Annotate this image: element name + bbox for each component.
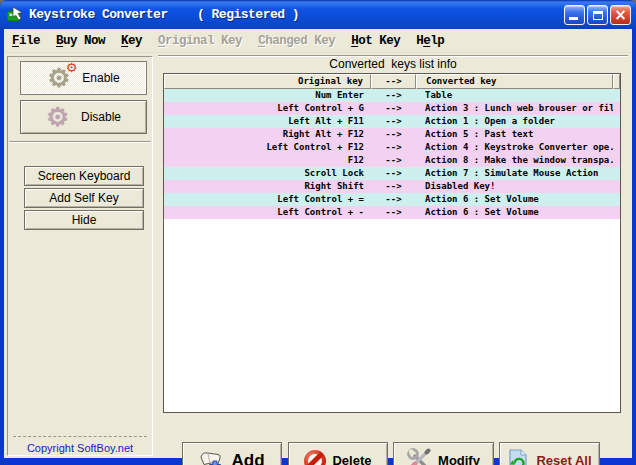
list-header: Original key --> Converted key (164, 74, 620, 89)
gear-icon: ⚙ (46, 104, 69, 130)
table-row[interactable]: Left Control + G-->Action 3 : Lunch web … (164, 102, 620, 115)
cell-original-key: Left Control + - (164, 206, 371, 219)
add-label: Add (231, 451, 264, 465)
group-title: Converted keys list info (158, 57, 628, 71)
maximize-icon (593, 11, 603, 20)
cell-arrow: --> (371, 115, 416, 128)
column-header-stub (613, 74, 620, 89)
cell-original-key: Right Shift (164, 180, 371, 193)
enable-button[interactable]: ⚙ ⚙ Enable (20, 61, 147, 95)
disable-label: Disable (81, 110, 121, 124)
table-row[interactable]: Right Shift-->Disabled Key! (164, 180, 620, 193)
disable-gear-icon: ⚙ (46, 103, 74, 131)
column-header-arrow[interactable]: --> (371, 74, 416, 89)
cell-arrow: --> (371, 180, 416, 193)
dashed-divider (13, 436, 147, 437)
converted-keys-list: Original key --> Converted key Num Enter… (163, 73, 621, 413)
table-row[interactable]: Left Control + F12-->Action 4 : Keystrok… (164, 141, 620, 154)
enable-gear-icon: ⚙ ⚙ (47, 64, 75, 92)
cell-original-key: Left Control + = (164, 193, 371, 206)
separator-line (9, 141, 151, 143)
table-row[interactable]: Left Alt + F11-->Action 1 : Open a folde… (164, 115, 620, 128)
minimize-icon (569, 17, 578, 20)
cell-arrow: --> (371, 193, 416, 206)
screen-keyboard-button[interactable]: Screen Keyboard (24, 166, 144, 186)
cell-original-key: Left Control + G (164, 102, 371, 115)
table-row[interactable]: Left Control + =-->Action 6 : Set Volume (164, 193, 620, 206)
menu-item-buy-now[interactable]: Buy Now (48, 34, 113, 48)
table-row[interactable]: F12-->Action 8 : Make the window transpa… (164, 154, 620, 167)
reset-all-icon (507, 448, 530, 465)
cell-arrow: --> (371, 154, 416, 167)
reset-all-button[interactable]: Reset All (499, 442, 600, 465)
menu-item-key[interactable]: Key (113, 34, 150, 48)
cell-original-key: Scroll Lock (164, 167, 371, 180)
window-title: Keystroke Converter ( Registered ) (29, 7, 299, 22)
close-button[interactable]: × (610, 5, 631, 25)
menu-item-file[interactable]: File (4, 34, 48, 48)
menu-bar: FileBuy NowKeyOriginal KeyChanged KeyHot… (4, 29, 632, 53)
cell-original-key: Right Alt + F12 (164, 128, 371, 141)
hide-button[interactable]: Hide (24, 210, 144, 230)
window-controls: × (564, 5, 631, 25)
cell-converted-key: Action 5 : Past text (416, 128, 613, 141)
delete-icon (304, 450, 326, 465)
list-rows: Num Enter-->TableLeft Control + G-->Acti… (164, 89, 620, 219)
cell-converted-key: Disabled Key! (416, 180, 613, 193)
app-window: Keystroke Converter ( Registered ) × Fil… (0, 0, 636, 465)
left-panel: ⚙ ⚙ Enable ⚙ Disable Screen Keyboard Add… (7, 56, 153, 456)
cell-converted-key: Action 1 : Open a folder (416, 115, 613, 128)
gear-small-icon: ⚙ (66, 61, 78, 74)
menu-item-changed-key[interactable]: Changed Key (250, 34, 343, 48)
cell-original-key: Num Enter (164, 89, 371, 102)
modify-button[interactable]: Modify (393, 442, 494, 465)
modify-label: Modify (438, 453, 480, 465)
cell-converted-key: Action 7 : Simulate Mouse Action (416, 167, 613, 180)
cell-converted-key: Action 3 : Lunch web brouser or file (416, 102, 613, 115)
cell-original-key: Left Alt + F11 (164, 115, 371, 128)
delete-button[interactable]: Delete (288, 442, 388, 465)
column-header-converted-key[interactable]: Converted key (416, 74, 613, 89)
minimize-button[interactable] (564, 5, 585, 25)
menu-item-hot-key[interactable]: Hot Key (343, 34, 408, 48)
app-icon[interactable] (7, 6, 24, 23)
title-bar: Keystroke Converter ( Registered ) × (0, 0, 636, 29)
cell-arrow: --> (371, 128, 416, 141)
cell-converted-key: Table (416, 89, 613, 102)
modify-icon (407, 448, 432, 465)
copyright-text: Copyright SoftBoy.net (8, 442, 152, 454)
menu-item-help[interactable]: Help (408, 34, 452, 48)
client-area: ⚙ ⚙ Enable ⚙ Disable Screen Keyboard Add… (4, 53, 632, 458)
cell-arrow: --> (371, 167, 416, 180)
cell-original-key: Left Control + F12 (164, 141, 371, 154)
add-icon (199, 449, 225, 465)
cell-converted-key: Action 6 : Set Volume (416, 206, 613, 219)
reset-all-label: Reset All (536, 453, 591, 465)
cell-arrow: --> (371, 141, 416, 154)
cell-converted-key: Action 4 : Keystroke Converter ope... (416, 141, 613, 154)
cell-original-key: F12 (164, 154, 371, 167)
cell-converted-key: Action 8 : Make the window transpa... (416, 154, 613, 167)
cell-arrow: --> (371, 102, 416, 115)
table-row[interactable]: Right Alt + F12-->Action 5 : Past text (164, 128, 620, 141)
table-row[interactable]: Left Control + --->Action 6 : Set Volume (164, 206, 620, 219)
delete-label: Delete (332, 453, 371, 465)
cell-converted-key: Action 6 : Set Volume (416, 193, 613, 206)
disable-button[interactable]: ⚙ Disable (20, 100, 147, 134)
add-self-key-button[interactable]: Add Self Key (24, 188, 144, 208)
add-button[interactable]: Add (182, 442, 282, 465)
menu-item-original-key[interactable]: Original Key (150, 34, 250, 48)
table-row[interactable]: Scroll Lock-->Action 7 : Simulate Mouse … (164, 167, 620, 180)
column-header-original-key[interactable]: Original key (164, 74, 371, 89)
cell-arrow: --> (371, 89, 416, 102)
enable-label: Enable (82, 71, 119, 85)
table-row[interactable]: Num Enter-->Table (164, 89, 620, 102)
maximize-button[interactable] (587, 5, 608, 25)
cell-arrow: --> (371, 206, 416, 219)
